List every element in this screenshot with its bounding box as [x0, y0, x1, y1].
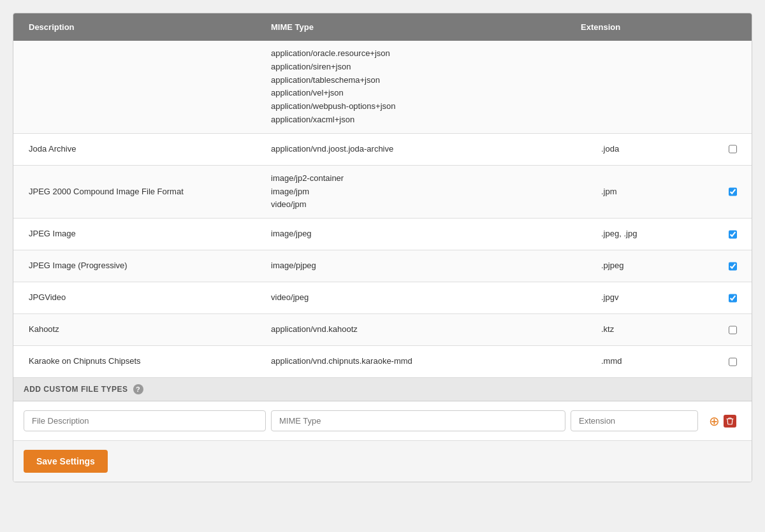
row-checkbox-cell[interactable] [713, 255, 752, 278]
row-description: Joda Archive [13, 136, 256, 162]
save-settings-button[interactable]: Save Settings [24, 450, 108, 473]
add-custom-label: ADD CUSTOM FILE TYPES [24, 385, 128, 394]
row-mime: video/jpeg [256, 285, 586, 311]
mime-types-table-container: Description MIME Type Extension applicat… [13, 13, 752, 482]
row-description: JPEG Image (Progressive) [13, 253, 256, 279]
row-checkbox-cell[interactable] [713, 138, 752, 161]
row-mime: application/vnd.kahootz [256, 317, 586, 343]
partial-description [13, 80, 256, 93]
row-checkbox[interactable] [729, 187, 737, 197]
row-checkbox-cell[interactable] [713, 223, 752, 246]
table-row: Karaoke on Chipnuts Chipsets application… [13, 346, 752, 378]
table-header: Description MIME Type Extension [13, 13, 752, 41]
table-row: JPEG Image image/jpeg .jpeg, .jpg [13, 219, 752, 250]
row-extension: .jpgv [586, 285, 713, 311]
row-description: JPEG Image [13, 221, 256, 247]
extension-input[interactable] [571, 410, 698, 431]
action-icons: ⊕ [703, 413, 741, 429]
row-extension: .joda [586, 136, 713, 162]
row-checkbox-cell[interactable] [713, 180, 752, 203]
save-section: Save Settings [13, 440, 752, 482]
header-extension: Extension [576, 20, 703, 34]
header-mime-type: MIME Type [266, 20, 576, 34]
row-extension: .jpm [586, 179, 713, 205]
partial-extension [586, 80, 713, 93]
row-checkbox-cell[interactable] [713, 319, 752, 341]
row-description: JPGVideo [13, 285, 256, 311]
row-mime: image/jp2-container image/jpm video/jpm [256, 166, 586, 218]
row-mime: image/pjpeg [256, 253, 586, 279]
add-icon[interactable]: ⊕ [709, 413, 720, 429]
row-checkbox[interactable] [729, 357, 737, 367]
delete-icon[interactable] [724, 415, 736, 428]
table-row: Kahootz application/vnd.kahootz .ktz [13, 314, 752, 346]
add-custom-section-header: ADD CUSTOM FILE TYPES ? [13, 378, 752, 401]
row-extension: .jpeg, .jpg [586, 221, 713, 247]
row-checkbox[interactable] [729, 144, 737, 154]
header-description: Description [24, 20, 266, 34]
row-description: Kahootz [13, 317, 256, 343]
row-description: Karaoke on Chipnuts Chipsets [13, 349, 256, 375]
table-row: JPEG Image (Progressive) image/pjpeg .pj… [13, 250, 752, 282]
header-checkbox [703, 20, 741, 34]
table-row: JPGVideo video/jpeg .jpgv [13, 282, 752, 314]
row-checkbox[interactable] [729, 325, 737, 335]
row-extension: .pjpeg [586, 253, 713, 279]
row-description: JPEG 2000 Compound Image File Format [13, 179, 256, 205]
partial-table-row: application/oracle.resource+json applica… [13, 41, 752, 134]
row-mime: application/vnd.joost.joda-archive [256, 136, 586, 162]
row-mime: application/vnd.chipnuts.karaoke-mmd [256, 349, 586, 375]
row-mime: image/jpeg [256, 221, 586, 247]
table-row: JPEG 2000 Compound Image File Format ima… [13, 166, 752, 219]
row-extension: .mmd [586, 349, 713, 375]
mime-type-input[interactable] [271, 410, 565, 431]
partial-checkbox-cell [713, 80, 752, 93]
row-checkbox-cell[interactable] [713, 350, 752, 373]
row-extension: .ktz [586, 317, 713, 343]
row-checkbox[interactable] [729, 293, 737, 303]
partial-mime: application/oracle.resource+json applica… [256, 41, 586, 133]
custom-inputs-row: ⊕ [13, 401, 752, 440]
file-description-input[interactable] [24, 410, 266, 431]
help-icon[interactable]: ? [133, 384, 143, 394]
row-checkbox[interactable] [729, 229, 737, 240]
table-row: Joda Archive application/vnd.joost.joda-… [13, 134, 752, 166]
row-checkbox[interactable] [729, 261, 737, 271]
row-checkbox-cell[interactable] [713, 287, 752, 310]
